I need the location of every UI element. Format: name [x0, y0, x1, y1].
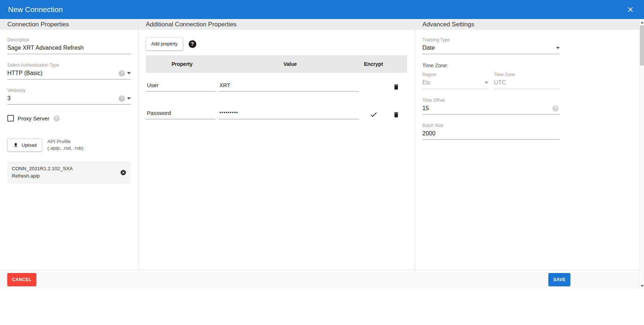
- dialog-title: New Connection: [8, 5, 63, 14]
- time-zone-label: Time Zone: [494, 72, 560, 77]
- uploaded-file-chip: CONN_2021R1.2.102_SXA Refresh.apip: [7, 161, 131, 184]
- time-offset-help-icon[interactable]: ?: [552, 105, 559, 112]
- property-value-input[interactable]: XRT: [218, 82, 359, 91]
- proxy-help-icon[interactable]: ?: [53, 115, 60, 122]
- auth-type-select[interactable]: HTTP (Basic) ?: [7, 70, 131, 79]
- connection-properties-header: Connection Properties: [0, 19, 138, 30]
- auth-type-field: Select Authentication Type HTTP (Basic) …: [7, 63, 131, 79]
- file-name-line2: Refresh.apip: [12, 172, 120, 180]
- section-title: Advanced Settings: [422, 21, 474, 28]
- time-offset-input[interactable]: 15 ?: [422, 105, 560, 115]
- tracking-type-field: Tracking Type Date: [422, 37, 560, 54]
- api-profile-formats: (.apip, .rsd, .rsb): [47, 145, 83, 152]
- api-profile-hint: API Profile (.apip, .rsd, .rsb): [47, 138, 83, 151]
- add-property-button[interactable]: Add property: [146, 37, 183, 51]
- batch-size-label: Batch Size: [422, 123, 560, 128]
- tracking-type-value: Date: [422, 45, 555, 51]
- verbosity-field: Verbosity 3 ?: [7, 88, 131, 105]
- time-offset-field: Time Offset 15 ?: [422, 98, 560, 115]
- property-name-input[interactable]: Password: [146, 110, 215, 119]
- chevron-down-icon: [485, 82, 488, 84]
- api-profile-upload-row: Upload API Profile (.apip, .rsd, .rsb): [7, 138, 131, 152]
- delete-property-button[interactable]: [393, 83, 400, 90]
- properties-table-header: Property Value Encrypt: [146, 55, 407, 73]
- advanced-settings-panel: Advanced Settings Tracking Type Date Tim…: [415, 19, 639, 270]
- time-zone-section-title: Time Zone:: [422, 63, 560, 68]
- api-profile-title: API Profile: [47, 138, 83, 145]
- remove-file-button[interactable]: [120, 169, 126, 176]
- column-header-encrypt: Encrypt: [362, 61, 385, 67]
- add-property-row: Add property ?: [146, 37, 407, 51]
- description-input[interactable]: Sage XRT Advanced Refresh: [7, 45, 131, 54]
- add-property-help-icon[interactable]: ?: [189, 40, 196, 48]
- remove-file-icon: [120, 169, 126, 176]
- scrollbar-thumb[interactable]: [640, 25, 644, 66]
- time-zone-field: Time Zone UTC: [494, 72, 560, 89]
- property-name-input[interactable]: User: [146, 82, 215, 91]
- time-offset-label: Time Offset: [422, 98, 560, 103]
- section-title: Connection Properties: [7, 21, 69, 28]
- connection-properties-panel: Connection Properties Description Sage X…: [0, 19, 138, 270]
- auth-type-value: HTTP (Basic): [7, 70, 118, 76]
- trash-icon: [393, 111, 400, 118]
- property-value-input[interactable]: •••••••••: [218, 110, 359, 119]
- file-name-line1: CONN_2021R1.2.102_SXA: [12, 165, 120, 172]
- trash-icon: [393, 83, 400, 90]
- proxy-server-checkbox[interactable]: [7, 115, 14, 122]
- new-connection-dialog: New Connection Connection Properties Des…: [0, 0, 644, 289]
- uploaded-file-name: CONN_2021R1.2.102_SXA Refresh.apip: [12, 165, 120, 180]
- dialog-body: Connection Properties Description Sage X…: [0, 19, 639, 270]
- close-button[interactable]: [626, 5, 634, 14]
- scroll-down-button[interactable]: [640, 283, 644, 288]
- save-button[interactable]: SAVE: [548, 273, 570, 286]
- delete-property-button[interactable]: [393, 111, 400, 118]
- additional-properties-header: Additional Connection Properties: [138, 19, 415, 30]
- chevron-down-icon: [127, 72, 131, 74]
- region-select[interactable]: Etc: [422, 79, 488, 89]
- column-header-value: Value: [218, 61, 362, 67]
- time-offset-value: 15: [422, 105, 551, 112]
- tracking-type-select[interactable]: Date: [422, 45, 560, 54]
- auth-type-label: Select Authentication Type: [7, 63, 131, 68]
- arrow-down-icon: [641, 285, 644, 287]
- batch-size-input[interactable]: 2000: [422, 130, 560, 140]
- time-zone-value: UTC: [494, 79, 560, 86]
- properties-table: Property Value Encrypt User XRT: [146, 55, 407, 128]
- cancel-button[interactable]: CANCEL: [7, 273, 36, 286]
- proxy-server-label: Proxy Server: [18, 115, 49, 122]
- proxy-server-row: Proxy Server ?: [7, 115, 131, 122]
- advanced-settings-header: Advanced Settings: [415, 19, 639, 30]
- scroll-up-button[interactable]: [640, 20, 644, 25]
- verbosity-help-icon[interactable]: ?: [119, 96, 125, 102]
- upload-button-label: Upload: [22, 142, 37, 148]
- region-field: Region Etc: [422, 72, 488, 89]
- table-row: Password •••••••••: [146, 101, 407, 128]
- chevron-down-icon: [127, 97, 131, 100]
- close-icon: [626, 5, 634, 14]
- section-title: Additional Connection Properties: [146, 21, 237, 28]
- verbosity-value: 3: [7, 95, 118, 102]
- batch-size-field: Batch Size 2000: [422, 123, 560, 140]
- vertical-scrollbar[interactable]: [639, 19, 644, 289]
- upload-icon: [13, 142, 19, 148]
- column-header-property: Property: [146, 61, 218, 67]
- verbosity-select[interactable]: 3 ?: [7, 95, 131, 105]
- region-label: Region: [422, 72, 488, 77]
- verbosity-label: Verbosity: [7, 88, 131, 93]
- dialog-footer: CANCEL SAVE: [0, 270, 644, 289]
- time-zone-row: Region Etc Time Zone UTC: [422, 72, 560, 89]
- chevron-down-icon: [556, 47, 560, 49]
- time-zone-select[interactable]: UTC: [494, 79, 560, 89]
- tracking-type-label: Tracking Type: [422, 37, 560, 42]
- region-value: Etc: [422, 79, 484, 86]
- batch-size-value: 2000: [422, 130, 560, 137]
- arrow-up-icon: [641, 22, 644, 23]
- upload-button[interactable]: Upload: [7, 138, 42, 152]
- titlebar: New Connection: [0, 0, 644, 19]
- description-label: Description: [7, 37, 131, 42]
- table-row: User XRT: [146, 73, 407, 101]
- additional-properties-panel: Additional Connection Properties Add pro…: [138, 19, 415, 270]
- auth-help-icon[interactable]: ?: [119, 70, 125, 76]
- encrypt-toggle-cell[interactable]: [362, 111, 385, 119]
- encrypt-check-icon: [370, 111, 378, 119]
